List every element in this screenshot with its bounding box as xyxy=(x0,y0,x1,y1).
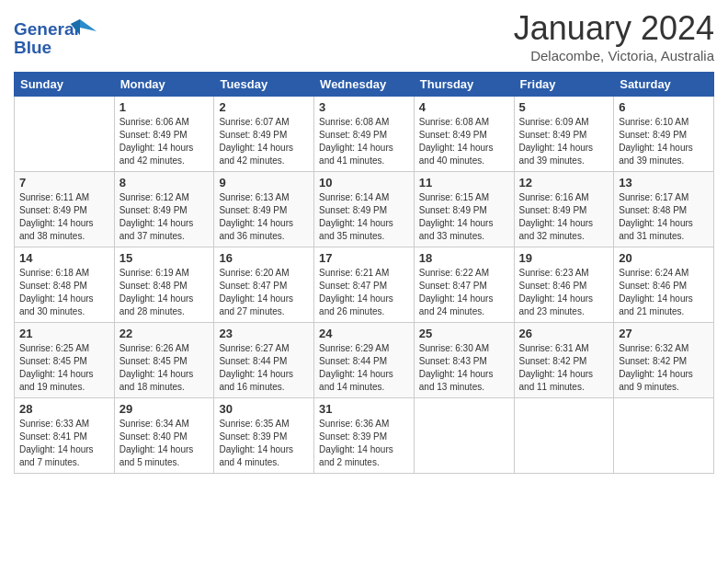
day-info: Sunrise: 6:29 AM Sunset: 8:44 PM Dayligh… xyxy=(319,342,409,394)
day-number: 11 xyxy=(419,176,509,190)
calendar-cell: 27Sunrise: 6:32 AM Sunset: 8:42 PM Dayli… xyxy=(614,323,714,398)
day-info: Sunrise: 6:30 AM Sunset: 8:43 PM Dayligh… xyxy=(419,342,509,394)
day-number: 10 xyxy=(319,176,409,190)
weekday-header-saturday: Saturday xyxy=(614,73,714,97)
day-info: Sunrise: 6:32 AM Sunset: 8:42 PM Dayligh… xyxy=(619,342,709,394)
calendar-cell: 7Sunrise: 6:11 AM Sunset: 8:49 PM Daylig… xyxy=(15,172,115,247)
calendar-cell: 31Sunrise: 6:36 AM Sunset: 8:39 PM Dayli… xyxy=(314,398,415,474)
day-number: 12 xyxy=(519,176,609,190)
day-number: 27 xyxy=(619,327,709,340)
weekday-header-friday: Friday xyxy=(514,73,614,97)
day-info: Sunrise: 6:23 AM Sunset: 8:46 PM Dayligh… xyxy=(519,267,609,318)
logo-text: General Blue xyxy=(14,15,97,64)
day-number: 25 xyxy=(419,327,509,340)
day-info: Sunrise: 6:19 AM Sunset: 8:48 PM Dayligh… xyxy=(119,267,210,318)
day-info: Sunrise: 6:21 AM Sunset: 8:47 PM Dayligh… xyxy=(319,267,409,318)
day-info: Sunrise: 6:20 AM Sunset: 8:47 PM Dayligh… xyxy=(219,267,309,318)
day-info: Sunrise: 6:24 AM Sunset: 8:46 PM Dayligh… xyxy=(619,267,709,318)
calendar-cell: 12Sunrise: 6:16 AM Sunset: 8:49 PM Dayli… xyxy=(514,172,614,247)
calendar-week-5: 28Sunrise: 6:33 AM Sunset: 8:41 PM Dayli… xyxy=(15,398,714,474)
day-number: 20 xyxy=(619,251,709,265)
day-number: 19 xyxy=(519,251,609,265)
day-number: 18 xyxy=(419,251,509,265)
day-info: Sunrise: 6:16 AM Sunset: 8:49 PM Dayligh… xyxy=(519,191,609,243)
day-number: 17 xyxy=(319,251,409,265)
calendar-cell: 20Sunrise: 6:24 AM Sunset: 8:46 PM Dayli… xyxy=(614,247,714,323)
calendar-cell: 24Sunrise: 6:29 AM Sunset: 8:44 PM Dayli… xyxy=(314,323,415,398)
day-info: Sunrise: 6:07 AM Sunset: 8:49 PM Dayligh… xyxy=(219,116,309,167)
month-title: January 2024 xyxy=(514,9,714,48)
day-info: Sunrise: 6:18 AM Sunset: 8:48 PM Dayligh… xyxy=(19,267,109,318)
svg-text:Blue: Blue xyxy=(14,38,51,57)
day-info: Sunrise: 6:34 AM Sunset: 8:40 PM Dayligh… xyxy=(119,418,210,469)
day-info: Sunrise: 6:33 AM Sunset: 8:41 PM Dayligh… xyxy=(19,418,109,469)
calendar-cell: 30Sunrise: 6:35 AM Sunset: 8:39 PM Dayli… xyxy=(214,398,314,474)
calendar-cell: 5Sunrise: 6:09 AM Sunset: 8:49 PM Daylig… xyxy=(514,97,614,172)
weekday-header-thursday: Thursday xyxy=(414,73,514,97)
day-number: 28 xyxy=(19,402,109,416)
calendar-cell: 26Sunrise: 6:31 AM Sunset: 8:42 PM Dayli… xyxy=(514,323,614,398)
day-info: Sunrise: 6:10 AM Sunset: 8:49 PM Dayligh… xyxy=(619,116,709,167)
calendar-cell: 9Sunrise: 6:13 AM Sunset: 8:49 PM Daylig… xyxy=(214,172,314,247)
day-info: Sunrise: 6:14 AM Sunset: 8:49 PM Dayligh… xyxy=(319,191,409,243)
calendar-cell xyxy=(15,97,115,172)
calendar-cell: 25Sunrise: 6:30 AM Sunset: 8:43 PM Dayli… xyxy=(414,323,514,398)
day-number: 24 xyxy=(319,327,409,340)
calendar-week-1: 1Sunrise: 6:06 AM Sunset: 8:49 PM Daylig… xyxy=(15,97,714,172)
day-number: 29 xyxy=(119,402,210,416)
header: General Blue January 2024 Delacombe, Vic… xyxy=(14,9,714,64)
weekday-header-sunday: Sunday xyxy=(15,73,115,97)
logo: General Blue xyxy=(14,15,97,64)
calendar-cell: 22Sunrise: 6:26 AM Sunset: 8:45 PM Dayli… xyxy=(114,323,214,398)
calendar-cell: 8Sunrise: 6:12 AM Sunset: 8:49 PM Daylig… xyxy=(114,172,214,247)
calendar-cell: 11Sunrise: 6:15 AM Sunset: 8:49 PM Dayli… xyxy=(414,172,514,247)
calendar-cell: 3Sunrise: 6:08 AM Sunset: 8:49 PM Daylig… xyxy=(314,97,415,172)
day-number: 14 xyxy=(19,251,109,265)
calendar-cell: 2Sunrise: 6:07 AM Sunset: 8:49 PM Daylig… xyxy=(214,97,314,172)
calendar-cell: 19Sunrise: 6:23 AM Sunset: 8:46 PM Dayli… xyxy=(514,247,614,323)
day-number: 13 xyxy=(619,176,709,190)
page-container: General Blue January 2024 Delacombe, Vic… xyxy=(0,0,728,488)
day-info: Sunrise: 6:17 AM Sunset: 8:48 PM Dayligh… xyxy=(619,191,709,243)
calendar-cell: 1Sunrise: 6:06 AM Sunset: 8:49 PM Daylig… xyxy=(114,97,214,172)
calendar-cell: 18Sunrise: 6:22 AM Sunset: 8:47 PM Dayli… xyxy=(414,247,514,323)
calendar-cell: 16Sunrise: 6:20 AM Sunset: 8:47 PM Dayli… xyxy=(214,247,314,323)
day-number: 21 xyxy=(19,327,109,340)
calendar-cell: 14Sunrise: 6:18 AM Sunset: 8:48 PM Dayli… xyxy=(15,247,115,323)
day-number: 5 xyxy=(519,100,609,114)
day-info: Sunrise: 6:25 AM Sunset: 8:45 PM Dayligh… xyxy=(19,342,109,394)
day-info: Sunrise: 6:06 AM Sunset: 8:49 PM Dayligh… xyxy=(119,116,210,167)
day-number: 2 xyxy=(219,100,309,114)
day-info: Sunrise: 6:08 AM Sunset: 8:49 PM Dayligh… xyxy=(319,116,409,167)
day-info: Sunrise: 6:26 AM Sunset: 8:45 PM Dayligh… xyxy=(119,342,210,394)
day-info: Sunrise: 6:13 AM Sunset: 8:49 PM Dayligh… xyxy=(219,191,309,243)
calendar-cell xyxy=(414,398,514,474)
day-number: 30 xyxy=(219,402,309,416)
day-number: 1 xyxy=(119,100,210,114)
calendar-cell: 23Sunrise: 6:27 AM Sunset: 8:44 PM Dayli… xyxy=(214,323,314,398)
day-info: Sunrise: 6:22 AM Sunset: 8:47 PM Dayligh… xyxy=(419,267,509,318)
calendar-cell: 28Sunrise: 6:33 AM Sunset: 8:41 PM Dayli… xyxy=(15,398,115,474)
calendar-cell: 21Sunrise: 6:25 AM Sunset: 8:45 PM Dayli… xyxy=(15,323,115,398)
day-info: Sunrise: 6:15 AM Sunset: 8:49 PM Dayligh… xyxy=(419,191,509,243)
location: Delacombe, Victoria, Australia xyxy=(514,48,714,63)
day-number: 3 xyxy=(319,100,409,114)
day-info: Sunrise: 6:09 AM Sunset: 8:49 PM Dayligh… xyxy=(519,116,609,167)
day-number: 22 xyxy=(119,327,210,340)
day-number: 15 xyxy=(119,251,210,265)
day-number: 23 xyxy=(219,327,309,340)
day-info: Sunrise: 6:08 AM Sunset: 8:49 PM Dayligh… xyxy=(419,116,509,167)
calendar-table: SundayMondayTuesdayWednesdayThursdayFrid… xyxy=(14,72,714,474)
calendar-week-3: 14Sunrise: 6:18 AM Sunset: 8:48 PM Dayli… xyxy=(15,247,714,323)
calendar-cell: 15Sunrise: 6:19 AM Sunset: 8:48 PM Dayli… xyxy=(114,247,214,323)
day-number: 4 xyxy=(419,100,509,114)
day-info: Sunrise: 6:31 AM Sunset: 8:42 PM Dayligh… xyxy=(519,342,609,394)
calendar-week-2: 7Sunrise: 6:11 AM Sunset: 8:49 PM Daylig… xyxy=(15,172,714,247)
day-info: Sunrise: 6:35 AM Sunset: 8:39 PM Dayligh… xyxy=(219,418,309,469)
day-number: 7 xyxy=(19,176,109,190)
day-number: 16 xyxy=(219,251,309,265)
calendar-week-4: 21Sunrise: 6:25 AM Sunset: 8:45 PM Dayli… xyxy=(15,323,714,398)
day-number: 8 xyxy=(119,176,210,190)
calendar-cell: 29Sunrise: 6:34 AM Sunset: 8:40 PM Dayli… xyxy=(114,398,214,474)
day-number: 9 xyxy=(219,176,309,190)
